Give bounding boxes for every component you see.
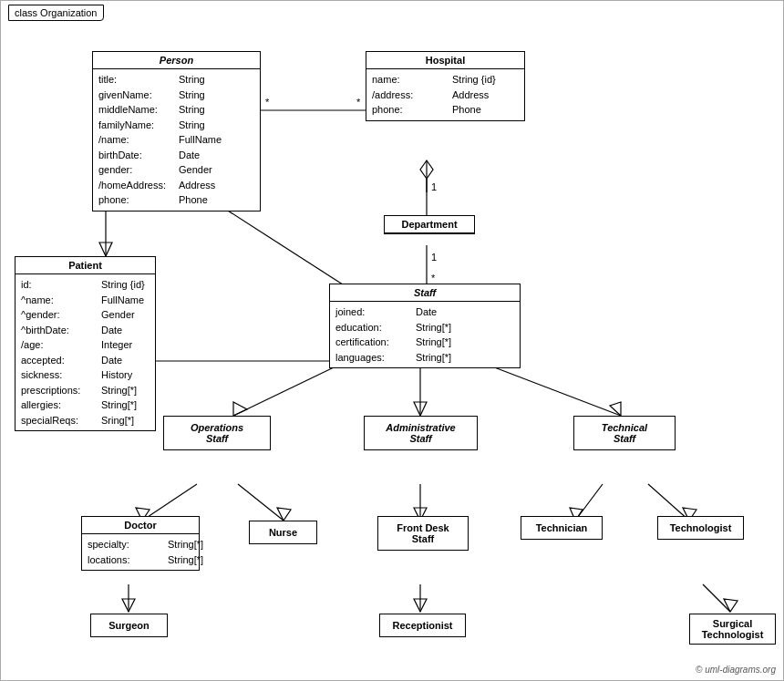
svg-marker-36 bbox=[724, 599, 738, 612]
technician-title: Technician bbox=[521, 517, 602, 539]
staff-attrs: joined:Date education:String[*] certific… bbox=[330, 302, 520, 367]
department-class: Department bbox=[384, 215, 475, 234]
technologist-class: Technologist bbox=[657, 516, 744, 540]
nurse-class: Nurse bbox=[249, 521, 317, 544]
svg-text:*: * bbox=[265, 97, 270, 108]
surgeon-title: Surgeon bbox=[91, 614, 167, 636]
svg-text:*: * bbox=[356, 97, 361, 108]
surgical-technologist-class: SurgicalTechnologist bbox=[689, 614, 776, 645]
svg-line-27 bbox=[575, 484, 603, 521]
front-desk-staff-title: Front DeskStaff bbox=[378, 517, 468, 550]
doctor-class: Doctor specialty:String[*] locations:Str… bbox=[81, 516, 200, 571]
patient-title: Patient bbox=[15, 257, 155, 274]
patient-attrs: id:String {id} ^name:FullName ^gender:Ge… bbox=[15, 274, 155, 430]
receptionist-title: Receptionist bbox=[380, 614, 465, 636]
svg-marker-24 bbox=[277, 508, 291, 521]
technical-staff-class: TechnicalStaff bbox=[573, 416, 676, 450]
svg-marker-4 bbox=[420, 160, 433, 179]
hospital-attrs: name:String {id} /address:Address phone:… bbox=[366, 69, 524, 120]
svg-marker-18 bbox=[414, 402, 427, 416]
staff-title: Staff bbox=[330, 284, 520, 302]
hospital-class: Hospital name:String {id} /address:Addre… bbox=[366, 51, 525, 121]
diagram-title: class Organization bbox=[8, 5, 104, 21]
diagram-container: class Organization * * 1 * 1 * bbox=[0, 0, 784, 681]
svg-marker-32 bbox=[122, 599, 135, 612]
technical-staff-title: TechnicalStaff bbox=[574, 417, 675, 449]
technologist-title: Technologist bbox=[658, 517, 743, 539]
svg-text:1: 1 bbox=[431, 181, 437, 192]
receptionist-class: Receptionist bbox=[379, 614, 466, 637]
hospital-title: Hospital bbox=[366, 52, 524, 69]
surgical-technologist-title: SurgicalTechnologist bbox=[690, 614, 775, 644]
surgeon-class: Surgeon bbox=[90, 614, 168, 637]
svg-text:1: 1 bbox=[431, 252, 437, 263]
administrative-staff-title: AdministrativeStaff bbox=[365, 417, 477, 449]
technician-class: Technician bbox=[521, 516, 603, 540]
svg-marker-16 bbox=[233, 402, 247, 416]
operations-staff-title: OperationsStaff bbox=[164, 417, 270, 449]
svg-line-29 bbox=[648, 484, 689, 521]
nurse-title: Nurse bbox=[250, 521, 316, 543]
svg-marker-20 bbox=[610, 402, 621, 416]
person-attrs: title:String givenName:String middleName… bbox=[93, 69, 260, 211]
administrative-staff-class: AdministrativeStaff bbox=[364, 416, 478, 450]
doctor-title: Doctor bbox=[82, 517, 199, 534]
patient-class: Patient id:String {id} ^name:FullName ^g… bbox=[15, 256, 156, 431]
person-class: Person title:String givenName:String mid… bbox=[92, 51, 261, 212]
svg-marker-34 bbox=[414, 599, 427, 612]
operations-staff-class: OperationsStaff bbox=[163, 416, 271, 450]
front-desk-staff-class: Front DeskStaff bbox=[377, 516, 469, 551]
svg-text:*: * bbox=[431, 273, 436, 284]
copyright: © uml-diagrams.org bbox=[696, 665, 776, 675]
svg-line-23 bbox=[238, 484, 284, 521]
staff-class: Staff joined:Date education:String[*] ce… bbox=[329, 284, 521, 368]
svg-marker-12 bbox=[99, 242, 112, 256]
svg-line-21 bbox=[142, 484, 197, 521]
doctor-attrs: specialty:String[*] locations:String[*] bbox=[82, 534, 199, 570]
person-title: Person bbox=[93, 52, 260, 69]
svg-line-35 bbox=[703, 584, 730, 612]
department-title: Department bbox=[385, 216, 474, 233]
